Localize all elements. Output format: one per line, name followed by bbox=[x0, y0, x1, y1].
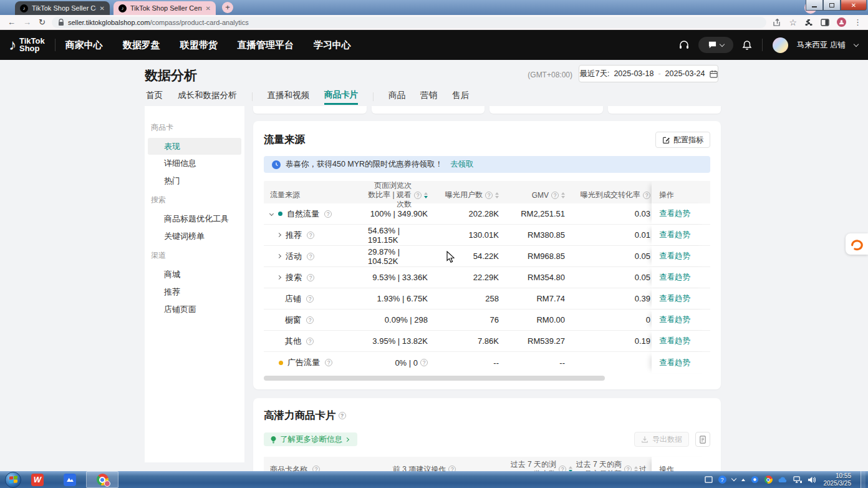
taskbar-clock[interactable]: 10:55 2025/3/25 bbox=[824, 472, 852, 487]
nav-data-compass[interactable]: 数据罗盘 bbox=[123, 39, 160, 51]
start-button[interactable] bbox=[5, 472, 21, 488]
tray-app-blue-icon[interactable] bbox=[751, 476, 759, 484]
info-icon[interactable] bbox=[339, 412, 346, 419]
row-name-recommend[interactable]: 推荐 bbox=[264, 225, 368, 245]
address-bar[interactable]: seller.tiktokglobalshop.com/compass/prod… bbox=[52, 17, 767, 28]
row-name-search[interactable]: 搜索 bbox=[264, 267, 368, 288]
info-icon[interactable] bbox=[325, 359, 332, 366]
view-trend-link[interactable]: 查看趋势 bbox=[659, 230, 690, 240]
info-icon[interactable] bbox=[448, 466, 456, 471]
info-icon[interactable] bbox=[306, 338, 314, 345]
sidebar-item-performance[interactable]: 表现 bbox=[148, 138, 241, 155]
browser-profile-icon[interactable] bbox=[837, 17, 846, 27]
row-name-organic[interactable]: 自然流量 bbox=[264, 203, 368, 224]
headset-icon[interactable] bbox=[678, 39, 690, 51]
new-tab-button[interactable]: + bbox=[222, 2, 233, 13]
sidebar-item-recommend[interactable]: 推荐 bbox=[148, 283, 241, 301]
tab-marketing[interactable]: 营销 bbox=[420, 90, 437, 104]
view-trend-link[interactable]: 查看趋势 bbox=[659, 293, 690, 304]
col-7d-views[interactable]: 过去 7 天的浏览人数 bbox=[499, 457, 574, 471]
nav-learning-center[interactable]: 学习中心 bbox=[314, 39, 351, 51]
nav-affiliate[interactable]: 联盟带货 bbox=[180, 39, 218, 51]
speaker-icon[interactable] bbox=[808, 476, 816, 484]
row-name-campaign[interactable]: 活动 bbox=[264, 246, 368, 266]
info-icon[interactable] bbox=[324, 210, 332, 218]
restore-button[interactable] bbox=[823, 0, 841, 11]
taskbar-wps-button[interactable]: W bbox=[21, 471, 54, 488]
info-icon[interactable] bbox=[307, 253, 314, 260]
date-range-picker[interactable]: 最近7天: 2025-03-18 - 2025-03-24 bbox=[579, 65, 718, 82]
extensions-puzzle-icon[interactable] bbox=[804, 18, 813, 27]
network-icon[interactable] bbox=[793, 476, 802, 484]
col-7d-gmv[interactable]: 过去 7 天的商品交易总额 bbox=[574, 457, 639, 471]
browser-tab-2-active[interactable]: ♪ TikTok Shop Seller Center | Cr ✕ bbox=[113, 1, 216, 15]
view-trend-link[interactable]: 查看趋势 bbox=[659, 251, 690, 261]
forward-icon[interactable]: → bbox=[23, 17, 31, 27]
taskbar-chrome-button[interactable] bbox=[86, 471, 118, 488]
info-icon[interactable] bbox=[420, 359, 428, 366]
view-trend-link[interactable]: 查看趋势 bbox=[659, 208, 690, 219]
close-window-button[interactable]: ✕ bbox=[841, 0, 867, 11]
tray-window-icon[interactable] bbox=[705, 476, 713, 483]
side-panel-icon[interactable] bbox=[821, 18, 829, 27]
shop-name[interactable]: 马来西亚 店铺 bbox=[797, 40, 846, 51]
info-icon[interactable] bbox=[643, 192, 650, 199]
nav-live-platform[interactable]: 直播管理平台 bbox=[238, 39, 294, 51]
expand-chevron-icon[interactable] bbox=[277, 254, 281, 258]
chevron-down-icon[interactable] bbox=[731, 476, 736, 481]
view-trend-link[interactable]: 查看趋势 bbox=[659, 272, 690, 283]
kebab-menu-icon[interactable]: ⋮ bbox=[854, 17, 862, 27]
diagnosis-link-pill[interactable]: 了解更多诊断信息 bbox=[264, 432, 357, 446]
close-tab-icon[interactable]: ✕ bbox=[206, 5, 211, 12]
sidebar-item-shop-page[interactable]: 店铺页面 bbox=[148, 301, 241, 318]
bell-icon[interactable] bbox=[742, 40, 752, 51]
info-icon[interactable] bbox=[624, 466, 632, 471]
info-icon[interactable] bbox=[312, 466, 320, 471]
view-trend-link[interactable]: 查看趋势 bbox=[659, 315, 690, 325]
info-icon[interactable] bbox=[559, 466, 566, 471]
info-icon[interactable] bbox=[551, 192, 559, 199]
minimize-button[interactable] bbox=[806, 0, 823, 11]
info-icon[interactable] bbox=[306, 316, 314, 324]
tray-cloud-icon[interactable] bbox=[778, 477, 788, 483]
view-trend-link[interactable]: 查看趋势 bbox=[659, 336, 690, 346]
info-icon[interactable] bbox=[306, 295, 314, 303]
horizontal-scrollbar[interactable] bbox=[264, 376, 605, 381]
tab-growth-analytics[interactable]: 成长和数据分析 bbox=[178, 90, 237, 104]
tab-home[interactable]: 首页 bbox=[146, 90, 163, 104]
help-icon[interactable]: ? bbox=[718, 476, 726, 484]
info-icon[interactable] bbox=[307, 274, 314, 281]
tab-product-card[interactable]: 商品卡片 bbox=[324, 89, 358, 105]
reload-icon[interactable]: ↻ bbox=[39, 17, 46, 27]
close-tab-icon[interactable]: ✕ bbox=[100, 5, 105, 12]
show-desktop-button[interactable] bbox=[861, 471, 866, 488]
sidebar-item-mall[interactable]: 商城 bbox=[148, 266, 241, 283]
floating-chat-widget[interactable] bbox=[846, 233, 868, 255]
browser-tab-1[interactable]: ♪ TikTok Shop Seller Center | Cr ✕ bbox=[15, 1, 110, 15]
tab-product[interactable]: 商品 bbox=[388, 90, 405, 104]
sidebar-item-details[interactable]: 详细信息 bbox=[148, 155, 241, 172]
tray-chrome-icon[interactable] bbox=[764, 476, 773, 484]
sidebar-item-trending[interactable]: 热门 bbox=[148, 172, 241, 190]
collapse-chevron-icon[interactable] bbox=[269, 212, 274, 216]
sidebar-item-keyword-ranking[interactable]: 关键词榜单 bbox=[148, 228, 241, 245]
configure-metrics-button[interactable]: 配置指标 bbox=[655, 132, 710, 148]
report-doc-button[interactable] bbox=[695, 432, 710, 447]
sidebar-item-title-optimizer[interactable]: 商品标题优化工具 bbox=[148, 210, 241, 228]
nav-seller-center[interactable]: 商家中心 bbox=[65, 39, 103, 51]
share-icon[interactable] bbox=[773, 18, 781, 27]
view-trend-link[interactable]: 查看趋势 bbox=[659, 358, 690, 368]
show-hidden-icons[interactable] bbox=[741, 479, 745, 481]
shop-avatar[interactable] bbox=[773, 37, 788, 53]
taskbar-meeting-button[interactable] bbox=[54, 471, 86, 488]
expand-chevron-icon[interactable] bbox=[277, 233, 281, 237]
tab-aftersale[interactable]: 售后 bbox=[452, 90, 469, 104]
expand-chevron-icon[interactable] bbox=[277, 275, 281, 280]
info-icon[interactable] bbox=[414, 192, 422, 199]
info-icon[interactable] bbox=[307, 232, 314, 239]
tiktok-shop-logo[interactable]: ♪ TikTokShop bbox=[9, 36, 45, 54]
claim-coupon-link[interactable]: 去领取 bbox=[450, 159, 474, 170]
back-icon[interactable]: ← bbox=[7, 17, 16, 27]
bookmark-star-icon[interactable]: ☆ bbox=[789, 17, 797, 27]
export-data-button[interactable]: 导出数据 bbox=[634, 432, 689, 447]
